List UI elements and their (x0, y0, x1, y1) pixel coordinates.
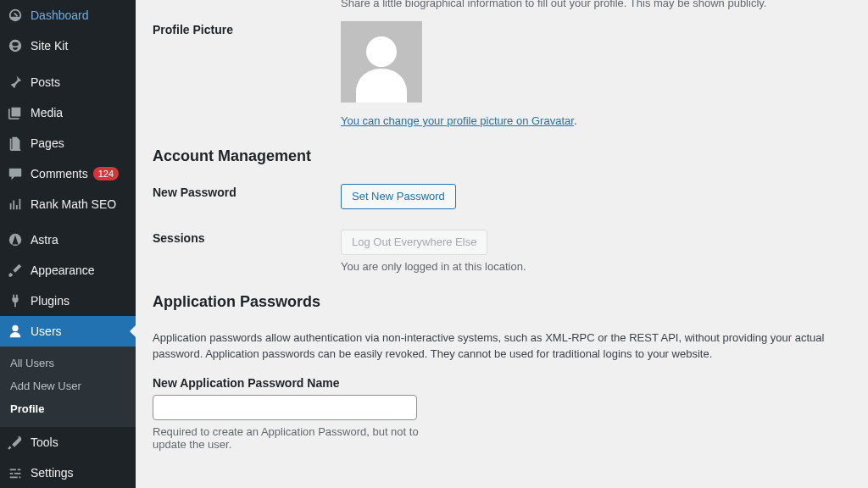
gravatar-link[interactable]: You can change your profile picture on G… (341, 114, 574, 127)
sidebar-item-dashboard[interactable]: Dashboard (0, 0, 136, 30)
sidebar-item-label: Pages (31, 136, 64, 151)
sidebar-item-label: Dashboard (31, 8, 89, 23)
sidebar-item-label: Rank Math SEO (31, 197, 116, 212)
sidebar-item-pages[interactable]: Pages (0, 128, 136, 158)
pin-icon (7, 74, 24, 91)
brush-icon (7, 262, 24, 279)
avatar-placeholder (341, 21, 422, 103)
period: . (574, 114, 577, 127)
set-new-password-button[interactable]: Set New Password (341, 184, 456, 209)
media-icon (7, 104, 24, 121)
new-password-row: New Password Set New Password (153, 184, 851, 209)
sidebar-item-label: Comments (31, 166, 88, 181)
sitekit-icon (7, 37, 24, 54)
submenu-item-profile[interactable]: Profile (0, 397, 136, 420)
submenu-item-label: Profile (10, 402, 44, 415)
submenu-item-label: All Users (10, 357, 54, 369)
bio-description: Share a little biographical information … (341, 0, 851, 9)
sidebar-item-astra[interactable]: Astra (0, 225, 136, 255)
sidebar-item-label: Astra (31, 232, 58, 247)
plug-icon (7, 292, 24, 309)
log-out-everywhere-button[interactable]: Log Out Everywhere Else (341, 230, 487, 255)
submenu-item-add-user[interactable]: Add New User (0, 374, 136, 397)
sessions-label: Sessions (153, 230, 341, 245)
sidebar-item-label: Tools (31, 435, 58, 450)
new-password-label: New Password (153, 184, 341, 199)
sessions-description: You are only logged in at this location. (341, 260, 851, 273)
sidebar-item-tools[interactable]: Tools (0, 427, 136, 458)
sidebar-item-sitekit[interactable]: Site Kit (0, 30, 136, 61)
sidebar-item-appearance[interactable]: Appearance (0, 255, 136, 286)
profile-picture-row: Profile Picture You can change your prof… (153, 21, 851, 127)
sidebar-item-users[interactable]: Users (0, 316, 136, 347)
sidebar-item-label: Users (31, 324, 62, 339)
submenu-item-label: Add New User (10, 380, 81, 392)
sidebar-submenu-users: All Users Add New User Profile (0, 347, 136, 427)
sidebar-item-posts[interactable]: Posts (0, 67, 136, 97)
sidebar-item-label: Posts (31, 75, 60, 90)
wrench-icon (7, 434, 24, 451)
application-passwords-heading: Application Passwords (153, 293, 851, 311)
account-management-heading: Account Management (153, 147, 851, 165)
new-app-password-name-input[interactable] (153, 395, 417, 420)
chart-icon (7, 196, 24, 213)
astra-icon (7, 231, 24, 248)
new-app-password-help: Required to create an Application Passwo… (153, 425, 424, 451)
pages-icon (7, 135, 24, 152)
sessions-row: Sessions Log Out Everywhere Else You are… (153, 230, 851, 273)
sidebar-item-label: Media (31, 105, 63, 120)
profile-content: Share a little biographical information … (136, 0, 868, 488)
profile-picture-label: Profile Picture (153, 21, 341, 36)
sidebar-item-rankmath[interactable]: Rank Math SEO (0, 189, 136, 219)
comments-count-badge: 124 (93, 167, 119, 180)
sidebar-item-media[interactable]: Media (0, 97, 136, 128)
sidebar-item-plugins[interactable]: Plugins (0, 286, 136, 316)
sidebar-item-comments[interactable]: Comments 124 (0, 158, 136, 189)
dashboard-icon (7, 7, 24, 24)
sliders-icon (7, 464, 24, 481)
application-passwords-description: Application passwords allow authenticati… (153, 330, 851, 363)
sidebar-item-label: Site Kit (31, 38, 68, 53)
sidebar-item-label: Appearance (31, 263, 95, 278)
sidebar-item-label: Settings (31, 465, 74, 480)
submenu-item-all-users[interactable]: All Users (0, 352, 136, 374)
admin-sidebar: Dashboard Site Kit Posts Media Pag (0, 0, 136, 488)
comment-icon (7, 165, 24, 182)
user-icon (7, 323, 24, 340)
new-app-password-name-label: New Application Password Name (153, 376, 851, 390)
svg-point-2 (366, 36, 397, 67)
sidebar-item-settings[interactable]: Settings (0, 458, 136, 488)
sidebar-item-label: Plugins (31, 293, 70, 308)
